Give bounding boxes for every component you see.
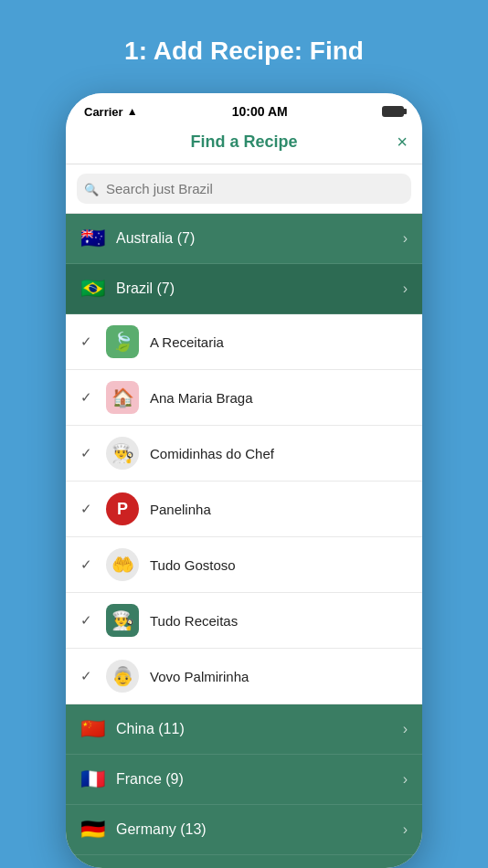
country-label-australia: Australia (7): [116, 230, 403, 247]
carrier-label: Carrier: [84, 105, 123, 119]
recipe-name-anamaria: Ana Maria Braga: [150, 390, 408, 406]
carrier-area: Carrier ▲: [84, 105, 138, 119]
recipe-name-panelinha: Panelinha: [150, 502, 408, 517]
search-container: [66, 164, 422, 214]
recipe-row-comidinhas[interactable]: ✓ 👨‍🍳 Comidinhas do Chef: [66, 426, 422, 482]
search-wrapper: [77, 174, 411, 204]
country-row-australia[interactable]: 🇦🇺 Australia (7) ›: [66, 214, 422, 264]
icon-tudoreceitas: 👨‍🍳: [106, 604, 139, 637]
flag-china: 🇨🇳: [80, 717, 105, 741]
icon-comidinhas: 👨‍🍳: [106, 437, 139, 470]
recipe-row-vovo[interactable]: ✓ 👵 Vovo Palmirinha: [66, 649, 422, 704]
nav-header: Find a Recipe ×: [66, 124, 422, 164]
check-tudoreceitas: ✓: [80, 612, 99, 629]
check-vovo: ✓: [80, 668, 99, 684]
icon-anamaria: 🏠: [106, 381, 139, 414]
chevron-france: ›: [403, 771, 408, 788]
page-title: 1: Add Recipe: Find: [124, 37, 364, 66]
recipe-name-tudoreceitas: Tudo Receitas: [150, 613, 408, 629]
recipe-name-receitaria: A Receitaria: [150, 334, 408, 350]
phone-frame: Carrier ▲ 10:00 AM Find a Recipe × 🇦🇺 Au…: [66, 93, 422, 868]
check-panelinha: ✓: [80, 501, 99, 517]
search-input[interactable]: [77, 174, 411, 204]
country-row-greece[interactable]: 🇬🇷 Greece (11) ›: [66, 855, 422, 868]
recipe-row-panelinha[interactable]: ✓ P Panelinha: [66, 482, 422, 537]
chevron-australia: ›: [403, 230, 408, 247]
status-time: 10:00 AM: [232, 104, 288, 119]
status-bar: Carrier ▲ 10:00 AM: [66, 93, 422, 124]
list-container[interactable]: 🇦🇺 Australia (7) › 🇧🇷 Brazil (7) › ✓ 🍃 A…: [66, 214, 422, 868]
country-label-brazil: Brazil (7): [116, 281, 403, 297]
country-row-china[interactable]: 🇨🇳 China (11) ›: [66, 704, 422, 755]
country-row-france[interactable]: 🇫🇷 France (9) ›: [66, 755, 422, 805]
check-anamaria: ✓: [80, 389, 99, 406]
icon-panelinha: P: [106, 492, 139, 525]
nav-title: Find a Recipe: [106, 132, 382, 152]
check-tudogostoso: ✓: [80, 556, 99, 573]
country-label-germany: Germany (13): [116, 821, 403, 838]
check-comidinhas: ✓: [80, 445, 99, 461]
recipe-name-vovo: Vovo Palmirinha: [150, 669, 408, 684]
country-row-brazil[interactable]: 🇧🇷 Brazil (7) ›: [66, 264, 422, 314]
recipe-row-anamaria[interactable]: ✓ 🏠 Ana Maria Braga: [66, 370, 422, 426]
country-row-germany[interactable]: 🇩🇪 Germany (13) ›: [66, 805, 422, 855]
country-label-france: France (9): [116, 771, 403, 788]
close-button[interactable]: ×: [382, 132, 408, 153]
recipe-name-comidinhas: Comidinhas do Chef: [150, 446, 408, 461]
chevron-china: ›: [403, 721, 408, 737]
chevron-brazil: ›: [403, 281, 408, 297]
recipe-row-tudogostoso[interactable]: ✓ 🤲 Tudo Gostoso: [66, 537, 422, 593]
wifi-icon: ▲: [127, 105, 138, 118]
recipe-row-receitaria[interactable]: ✓ 🍃 A Receitaria: [66, 314, 422, 370]
icon-vovo: 👵: [106, 660, 139, 693]
chevron-germany: ›: [403, 821, 408, 838]
icon-tudogostoso: 🤲: [106, 548, 139, 581]
battery-icon: [382, 106, 404, 117]
flag-france: 🇫🇷: [80, 767, 105, 791]
flag-brazil: 🇧🇷: [80, 277, 105, 301]
flag-germany: 🇩🇪: [80, 818, 105, 842]
check-receitaria: ✓: [80, 333, 99, 350]
recipe-row-tudoreceitas[interactable]: ✓ 👨‍🍳 Tudo Receitas: [66, 593, 422, 649]
flag-australia: 🇦🇺: [80, 227, 105, 250]
recipe-name-tudogostoso: Tudo Gostoso: [150, 557, 408, 573]
battery-area: [382, 106, 404, 117]
country-label-china: China (11): [116, 721, 403, 737]
icon-receitaria: 🍃: [106, 325, 139, 358]
